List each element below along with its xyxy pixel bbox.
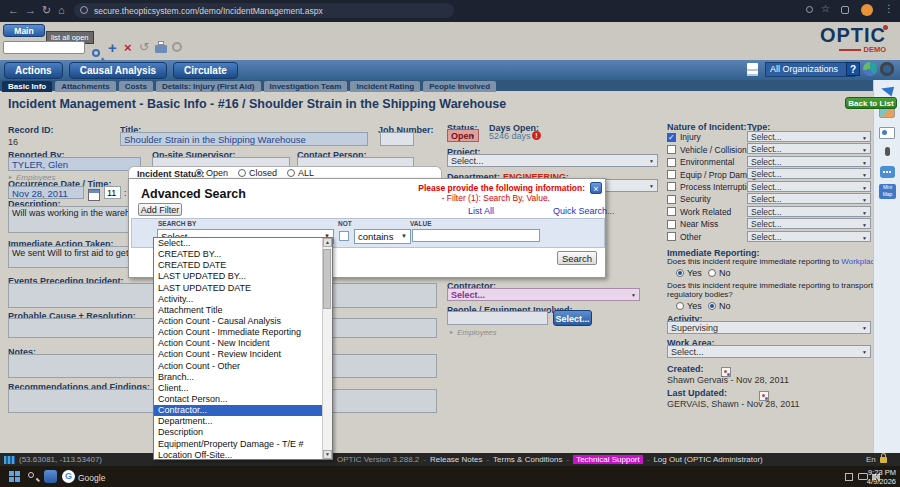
reload-icon[interactable]: ↻ — [42, 4, 51, 17]
nav-button[interactable]: Causal Analysis — [69, 62, 167, 79]
dropdown-item[interactable]: LAST UPDATED BY... — [154, 271, 322, 282]
undo-icon[interactable]: ↺ — [139, 40, 149, 54]
work-area-select[interactable]: Select... — [667, 345, 871, 358]
reported-by-input[interactable]: TYLER, Glen — [8, 157, 141, 171]
dropdown-item[interactable]: Contact Person... — [154, 394, 322, 405]
type-select[interactable]: Select... — [747, 181, 871, 192]
scroll-thumb[interactable] — [323, 249, 331, 309]
type-select[interactable]: Select... — [747, 231, 871, 242]
occurrence-hour-input[interactable]: 11 — [104, 186, 121, 199]
search-icon[interactable] — [92, 49, 100, 57]
main-page-button[interactable]: Main Page — [3, 24, 45, 37]
dropdown-item[interactable]: Action Count - Review Incident — [154, 349, 322, 360]
incident-status-radio[interactable]: ALL — [287, 168, 314, 178]
print-icon[interactable] — [155, 45, 167, 53]
forward-icon[interactable]: → — [25, 4, 36, 16]
chat-icon[interactable] — [880, 166, 895, 178]
refresh-circle-icon[interactable] — [172, 42, 182, 52]
type-select[interactable]: Select... — [747, 131, 871, 142]
incident-status-radio[interactable]: Open — [195, 168, 228, 178]
checkbox-icon[interactable] — [667, 170, 676, 179]
checkbox-icon[interactable] — [667, 145, 676, 154]
location-icon[interactable] — [806, 6, 813, 13]
dropdown-item[interactable]: Branch... — [154, 372, 322, 383]
q1-yes-radio[interactable]: Yes — [676, 268, 702, 278]
type-select[interactable]: Select... — [747, 193, 871, 204]
dropdown-item[interactable]: Action Count - Other — [154, 361, 322, 372]
dropdown-item[interactable]: CREATED BY... — [154, 249, 322, 260]
dropdown-item[interactable]: Location Off-Site... — [154, 450, 322, 459]
project-select[interactable]: Select... — [447, 154, 658, 167]
people-employees-link[interactable]: Employees — [449, 328, 497, 337]
activity-select[interactable]: Supervising — [667, 321, 871, 334]
terms-link[interactable]: Terms & Conditions — [493, 455, 562, 464]
url-text[interactable]: secure.theopticsystem.com/demo/IncidentM… — [94, 6, 323, 16]
star-icon[interactable]: ☆ — [821, 3, 830, 14]
type-select[interactable]: Select... — [747, 206, 871, 217]
tab[interactable]: Costs — [119, 81, 153, 92]
search-button[interactable]: Search — [557, 251, 597, 265]
quick-search-link[interactable]: Quick Search... — [553, 206, 615, 216]
checkbox-icon[interactable] — [667, 207, 676, 216]
q2-yes-radio[interactable]: Yes — [676, 301, 702, 311]
type-select[interactable]: Select... — [747, 143, 871, 154]
taskbar-search-icon[interactable] — [28, 472, 34, 478]
calendar-icon[interactable] — [88, 189, 100, 201]
checkbox-icon[interactable] — [667, 158, 676, 167]
taskbar-app-icon[interactable] — [44, 470, 57, 483]
status-select[interactable]: Open — [447, 129, 479, 142]
checkbox-icon[interactable] — [667, 195, 676, 204]
incident-status-radio[interactable]: Closed — [238, 168, 277, 178]
occurrence-date-input[interactable]: Nov 28, 2011 — [8, 186, 84, 199]
list-all-link[interactable]: List All — [468, 206, 494, 216]
organization-selector[interactable]: All Organizations ▼ — [765, 62, 855, 77]
extension-icon[interactable] — [841, 6, 849, 14]
title-input[interactable]: Shoulder Strain in the Shipping Warehous… — [120, 132, 368, 146]
q2-no-radio[interactable]: No — [708, 301, 731, 311]
checkbox-icon[interactable] — [667, 182, 676, 191]
dropdown-item[interactable]: Description — [154, 427, 322, 438]
dropdown-item[interactable]: Contractor... — [154, 405, 322, 416]
nav-button[interactable]: Circulate — [173, 62, 238, 79]
help-icon[interactable]: ? — [846, 62, 860, 76]
q1-no-radio[interactable]: No — [708, 268, 731, 278]
contractor-select[interactable]: Select... — [447, 288, 640, 301]
dropdown-item[interactable]: Equipment/Property Damage - T/E # — [154, 439, 322, 450]
checkbox-icon[interactable] — [667, 133, 676, 142]
scroll-down-icon[interactable]: ▼ — [323, 450, 332, 459]
record-search-input[interactable] — [3, 41, 85, 54]
technical-support-link[interactable]: Technical Support — [573, 455, 643, 464]
nav-button[interactable]: Actions — [4, 62, 63, 79]
operator-select[interactable]: contains — [354, 229, 411, 244]
home-icon[interactable]: ⌂ — [58, 4, 65, 16]
site-info-icon[interactable] — [80, 6, 88, 14]
back-to-list-button[interactable]: Back to List — [845, 97, 897, 109]
profile-avatar[interactable] — [861, 4, 873, 16]
release-notes-link[interactable]: Release Notes — [430, 455, 482, 464]
checkbox-icon[interactable] — [667, 232, 676, 241]
logout-link[interactable]: Log Out (OPTIC Administrator) — [653, 455, 762, 464]
add-icon[interactable]: + — [108, 39, 117, 56]
people-select-button[interactable]: Select... — [553, 310, 592, 326]
tab[interactable]: People Involved — [423, 81, 496, 92]
taskbar-clock[interactable]: 9:23 PM 4/9/2026 — [850, 468, 896, 486]
google-icon[interactable]: G — [62, 470, 75, 483]
settings-gear-icon[interactable] — [880, 62, 894, 76]
tab[interactable]: Incident Rating — [350, 81, 420, 92]
scroll-up-icon[interactable]: ▲ — [323, 238, 332, 247]
dropdown-item[interactable]: Action Count - New Incident — [154, 338, 322, 349]
contact-card-icon[interactable] — [879, 127, 895, 139]
delete-icon[interactable]: × — [124, 40, 132, 55]
tab[interactable]: Details: Injury (First Aid) — [156, 81, 261, 92]
report-icon[interactable] — [747, 63, 758, 76]
menu-dots-icon[interactable]: ⋮ — [884, 3, 894, 14]
tab[interactable]: Attachments — [55, 81, 115, 92]
tab[interactable]: Investigation Team — [264, 81, 348, 92]
dropdown-item[interactable]: LAST UPDATED DATE — [154, 283, 322, 294]
checkbox-icon[interactable] — [667, 220, 676, 229]
type-select[interactable]: Select... — [747, 218, 871, 229]
dropdown-item[interactable]: Client... — [154, 383, 322, 394]
value-input[interactable] — [412, 229, 540, 242]
not-checkbox[interactable] — [339, 231, 349, 241]
dashboard-pie-icon[interactable] — [863, 62, 877, 76]
